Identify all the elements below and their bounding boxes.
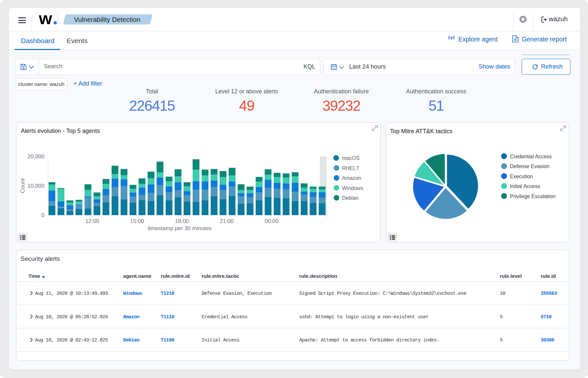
svg-text:rule.level: rule.level xyxy=(500,273,522,279)
svg-text:15:00: 15:00 xyxy=(130,218,144,224)
svg-text:Aug 11, 2020 @ 10:13:49.493: Aug 11, 2020 @ 10:13:49.493 xyxy=(35,291,108,296)
svg-text:Privilege Escalation: Privilege Escalation xyxy=(510,194,556,199)
svg-text:RHEL7: RHEL7 xyxy=(342,165,359,171)
svg-text:rule.id: rule.id xyxy=(541,273,556,279)
svg-text:Debian: Debian xyxy=(123,338,139,343)
svg-text:Windows: Windows xyxy=(342,185,363,191)
svg-text:Apache: Attempt to access forb: Apache: Attempt to access forbidden dire… xyxy=(299,338,439,343)
svg-text:20,000: 20,000 xyxy=(27,153,44,160)
svg-text:rule.mitre.id: rule.mitre.id xyxy=(161,273,190,279)
svg-text:Aug 10, 2020 @ 02:43:12.825: Aug 10, 2020 @ 02:43:12.825 xyxy=(35,338,108,343)
svg-text:Credential Access: Credential Access xyxy=(510,154,552,159)
svg-text:Amazon: Amazon xyxy=(342,175,361,181)
svg-text:12:00: 12:00 xyxy=(85,218,99,224)
svg-text:10: 10 xyxy=(500,291,505,296)
svg-text:Credential Access: Credential Access xyxy=(202,314,247,320)
svg-text:255563: 255563 xyxy=(541,291,557,296)
svg-text:Alerts evolution - Top 5 agent: Alerts evolution - Top 5 agents xyxy=(21,128,100,134)
svg-text:rule.mitre.tactic: rule.mitre.tactic xyxy=(202,273,239,279)
svg-text:timestamp per 30 minutes: timestamp per 30 minutes xyxy=(148,225,212,231)
svg-text:Windows: Windows xyxy=(123,291,142,296)
svg-text:5: 5 xyxy=(500,338,503,343)
svg-text:Aug 10, 2020 @ 05:28:52.926: Aug 10, 2020 @ 05:28:52.926 xyxy=(35,314,108,320)
svg-text:T1218: T1218 xyxy=(161,291,174,296)
svg-text:Defense Evasion, Execution: Defense Evasion, Execution xyxy=(202,291,272,296)
svg-text:00:00: 00:00 xyxy=(265,218,279,224)
svg-text:Initial Access: Initial Access xyxy=(202,338,239,343)
svg-text:Amazon: Amazon xyxy=(123,314,139,320)
svg-text:sshd: Attempt to login using a: sshd: Attempt to login using a non-exist… xyxy=(299,314,429,320)
svg-text:Defense Evasion: Defense Evasion xyxy=(510,164,549,169)
svg-text:Debian: Debian xyxy=(342,195,359,201)
svg-text:18:00: 18:00 xyxy=(175,218,189,224)
svg-text:Count: Count xyxy=(20,178,26,193)
svg-text:T1190: T1190 xyxy=(161,338,174,343)
svg-text:10,000: 10,000 xyxy=(27,183,44,189)
svg-text:21:00: 21:00 xyxy=(220,218,234,224)
svg-text:agent.name: agent.name xyxy=(123,273,152,279)
svg-text:rule.description: rule.description xyxy=(299,273,337,279)
svg-text:5710: 5710 xyxy=(541,314,552,320)
svg-text:Initial Access: Initial Access xyxy=(510,183,540,189)
svg-text:Top Mitre ATT&K tactics: Top Mitre ATT&K tactics xyxy=(390,128,452,134)
svg-text:Execution: Execution xyxy=(510,174,533,179)
svg-text:30306: 30306 xyxy=(541,338,554,343)
svg-text:Security alerts: Security alerts xyxy=(21,255,60,262)
svg-text:macOS: macOS xyxy=(342,155,359,161)
svg-text:5: 5 xyxy=(500,314,503,320)
svg-text:T1110: T1110 xyxy=(161,314,174,320)
svg-text:Time: Time xyxy=(28,273,40,279)
svg-text:Signed Script Proxy Execution:: Signed Script Proxy Execution: C:\Window… xyxy=(299,291,466,296)
svg-text:0: 0 xyxy=(41,212,44,218)
